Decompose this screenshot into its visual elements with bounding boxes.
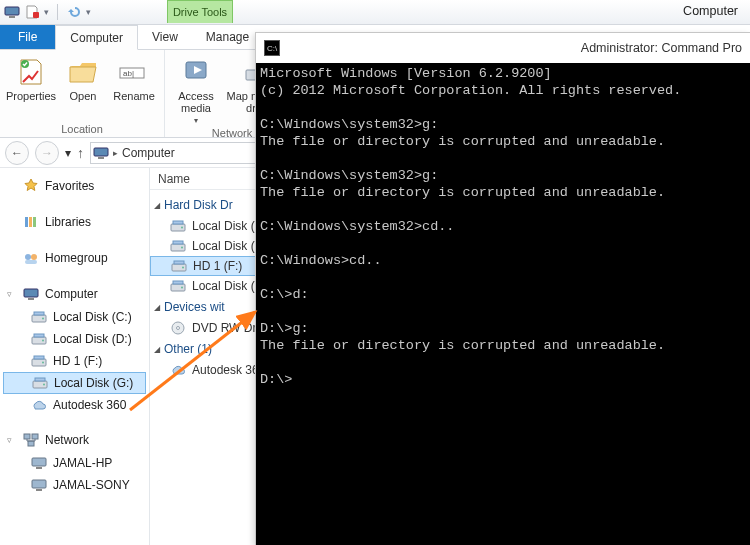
svg-rect-2 xyxy=(33,12,39,18)
svg-rect-0 xyxy=(5,7,19,15)
svg-rect-24 xyxy=(34,334,44,337)
pc-icon xyxy=(31,477,47,493)
star-icon xyxy=(23,178,39,194)
svg-rect-10 xyxy=(98,157,104,159)
nav-drive-item[interactable]: HD 1 (F:) xyxy=(3,350,146,372)
nav-drive-item[interactable]: Local Disk (G:) xyxy=(3,372,146,394)
svg-point-26 xyxy=(42,362,44,364)
forward-button: → xyxy=(35,141,59,165)
ribbon-group-location: Location xyxy=(61,123,103,135)
network-icon xyxy=(23,432,39,448)
svg-point-29 xyxy=(43,384,45,386)
dropdown-icon[interactable]: ▾ xyxy=(44,7,49,17)
open-button[interactable]: Open xyxy=(58,54,108,104)
qat-menu-icon[interactable]: ▾ xyxy=(86,7,91,17)
drive-icon xyxy=(171,258,187,274)
command-prompt-titlebar[interactable]: C:\ Administrator: Command Pro xyxy=(256,33,750,63)
manage-tab[interactable]: Manage xyxy=(192,25,263,49)
quick-access-toolbar: ▾ ▾ Drive Tools Computer xyxy=(0,0,750,25)
up-button[interactable]: ↑ xyxy=(77,145,84,161)
rename-icon: ab| xyxy=(118,56,150,88)
svg-point-20 xyxy=(42,318,44,320)
command-prompt-title: Administrator: Command Pro xyxy=(288,41,742,55)
svg-rect-34 xyxy=(32,458,46,466)
properties-icon[interactable] xyxy=(24,4,40,20)
file-tab[interactable]: File xyxy=(0,25,55,49)
svg-rect-36 xyxy=(32,480,46,488)
view-tab[interactable]: View xyxy=(138,25,192,49)
libraries-icon xyxy=(23,214,39,230)
cloud-icon xyxy=(31,397,47,413)
pc-icon xyxy=(31,455,47,471)
drive-tools-contextual-tab[interactable]: Drive Tools xyxy=(167,0,233,23)
svg-point-15 xyxy=(31,254,37,260)
svg-point-48 xyxy=(181,287,183,289)
svg-rect-49 xyxy=(173,281,183,284)
svg-rect-27 xyxy=(34,356,44,359)
back-button[interactable]: ← xyxy=(5,141,29,165)
svg-rect-13 xyxy=(33,217,36,227)
svg-rect-35 xyxy=(36,467,42,469)
svg-rect-21 xyxy=(34,312,44,315)
drive-icon xyxy=(31,353,47,369)
undo-icon xyxy=(66,4,82,20)
nav-drive-item[interactable]: Local Disk (C:) xyxy=(3,306,146,328)
command-prompt-output[interactable]: Microsoft Windows [Version 6.2.9200] (c)… xyxy=(256,63,750,545)
drive-icon xyxy=(31,331,47,347)
drive-icon xyxy=(32,375,48,391)
svg-point-42 xyxy=(181,247,183,249)
computer-icon xyxy=(23,286,39,302)
history-dropdown[interactable]: ▾ xyxy=(65,146,71,160)
svg-rect-37 xyxy=(36,489,42,491)
network-node[interactable]: ▿ Network xyxy=(3,428,146,452)
svg-rect-40 xyxy=(173,221,183,224)
cloud-icon xyxy=(170,362,186,378)
media-icon xyxy=(180,56,212,88)
nav-network-item[interactable]: JAMAL-SONY xyxy=(3,474,146,496)
svg-rect-18 xyxy=(28,298,34,300)
svg-point-39 xyxy=(181,227,183,229)
svg-rect-16 xyxy=(25,260,37,264)
svg-point-45 xyxy=(182,267,184,269)
disc-icon xyxy=(170,320,186,336)
favorites-node[interactable]: Favorites xyxy=(3,174,146,198)
svg-rect-33 xyxy=(28,441,34,446)
computer-icon[interactable] xyxy=(4,4,20,20)
access-media-button[interactable]: Access media▾ xyxy=(171,54,221,127)
svg-rect-43 xyxy=(173,241,183,244)
svg-rect-17 xyxy=(24,289,38,297)
svg-point-14 xyxy=(25,254,31,260)
computer-icon xyxy=(93,145,109,161)
command-prompt-window: C:\ Administrator: Command Pro Microsoft… xyxy=(255,32,750,545)
svg-point-23 xyxy=(42,340,44,342)
cmd-icon: C:\ xyxy=(264,40,280,56)
svg-rect-12 xyxy=(29,217,32,227)
breadcrumb-location[interactable]: Computer xyxy=(122,146,175,160)
svg-rect-1 xyxy=(9,16,15,18)
svg-rect-11 xyxy=(25,217,28,227)
homegroup-node[interactable]: Homegroup xyxy=(3,246,146,270)
svg-text:ab|: ab| xyxy=(123,69,134,78)
nav-drive-item[interactable]: Autodesk 360 xyxy=(3,394,146,416)
ribbon-group-network: Network xyxy=(212,127,252,139)
svg-rect-9 xyxy=(94,148,108,156)
nav-drive-item[interactable]: Local Disk (D:) xyxy=(3,328,146,350)
computer-node[interactable]: ▿ Computer xyxy=(3,282,146,306)
svg-point-51 xyxy=(177,327,180,330)
navigation-pane: Favorites Libraries Homegroup ▿ Computer… xyxy=(0,168,150,545)
properties-icon xyxy=(15,56,47,88)
properties-button[interactable]: Properties xyxy=(6,54,56,104)
svg-rect-32 xyxy=(32,434,38,439)
window-title: Computer xyxy=(683,4,738,18)
svg-rect-46 xyxy=(174,261,184,264)
computer-tab[interactable]: Computer xyxy=(55,25,138,50)
drive-icon xyxy=(170,218,186,234)
folder-open-icon xyxy=(67,56,99,88)
svg-rect-31 xyxy=(24,434,30,439)
libraries-node[interactable]: Libraries xyxy=(3,210,146,234)
drive-icon xyxy=(170,278,186,294)
drive-icon xyxy=(170,238,186,254)
nav-network-item[interactable]: JAMAL-HP xyxy=(3,452,146,474)
rename-button[interactable]: ab| Rename xyxy=(110,54,158,104)
svg-rect-30 xyxy=(35,378,45,381)
